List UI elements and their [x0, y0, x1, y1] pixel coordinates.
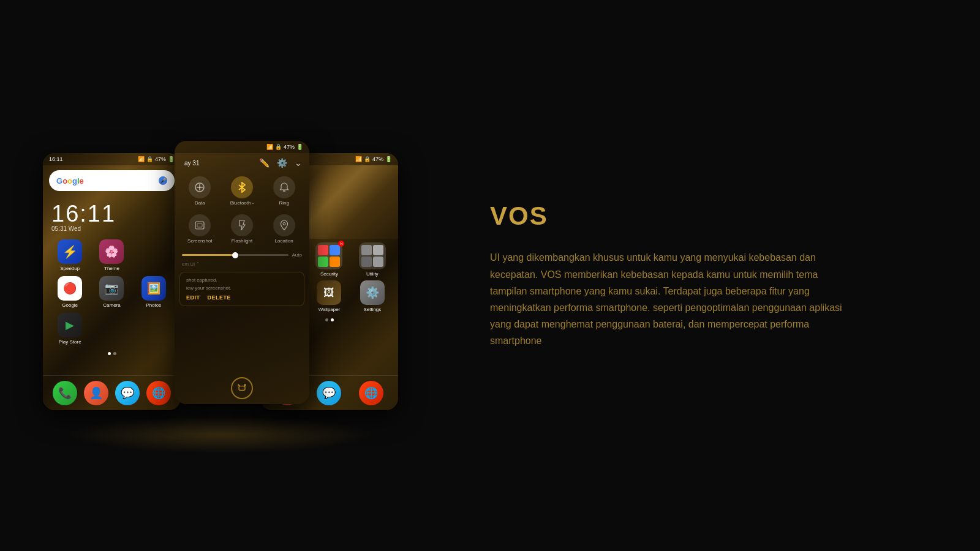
phone-middle: 📶 🔒 47% 🔋 ay 31 ✏️ ⚙️ ⌄	[175, 141, 309, 404]
status-bar-left: 16:11 📶 🔒 47% 🔋	[43, 153, 181, 165]
app-security[interactable]: N Security	[309, 242, 349, 277]
clock-time-left: 16:11	[51, 202, 172, 225]
google-logo: Google	[56, 176, 159, 186]
vibration-button[interactable]	[175, 372, 309, 404]
google-search-bar[interactable]: Google 🎤	[49, 170, 175, 191]
page-dots-left	[43, 350, 181, 358]
screenshot-icon	[189, 214, 211, 236]
app-playstore[interactable]: ▶ Play Store	[51, 313, 88, 345]
location-icon	[273, 214, 295, 236]
app-utility[interactable]: Utility	[353, 242, 392, 277]
settings-icon[interactable]: ⚙️	[277, 158, 287, 168]
qs-header: ay 31 ✏️ ⚙️ ⌄	[175, 153, 309, 170]
app-speedup[interactable]: ⚡ Speedup	[51, 239, 88, 271]
delete-action[interactable]: DELETE	[208, 294, 232, 301]
edit-icon[interactable]: ✏️	[259, 158, 270, 168]
phone-clock-left: 16:11 05:31 Wed	[43, 196, 181, 234]
time-left: 16:11	[49, 156, 63, 162]
auto-label: Auto	[292, 252, 302, 258]
phone-mockups-section: 16:11 📶 🔒 47% 🔋 Google 🎤 16:11	[0, 0, 441, 551]
qs-screenshot[interactable]: Screenshot	[179, 211, 221, 247]
status-bar-middle: 📶 🔒 47% 🔋	[175, 141, 309, 153]
status-icons-right: 📶 🔒 47% 🔋	[355, 156, 392, 162]
qs-date: ay 31	[182, 160, 199, 167]
qs-location[interactable]: Location	[263, 211, 304, 247]
dock-right-browser[interactable]: 🌐	[350, 381, 392, 405]
phone-left: 16:11 📶 🔒 47% 🔋 Google 🎤 16:11	[43, 153, 181, 410]
dock-browser[interactable]: 🌐	[143, 381, 175, 405]
svg-rect-4	[195, 222, 204, 229]
edit-action[interactable]: EDIT	[186, 294, 200, 301]
app-empty	[135, 239, 172, 271]
dock-right-messages[interactable]: 💬	[308, 381, 350, 405]
vibration-icon	[231, 377, 253, 399]
notif-subtext: iew your screenshot.	[186, 285, 298, 291]
folder-security-icon: N	[315, 242, 342, 269]
notif-header: shot captured.	[186, 277, 298, 283]
app-camera[interactable]: 📷 Camera	[93, 276, 130, 308]
qs-flashlight-label: Flashlight	[232, 238, 252, 244]
app-grid-left: ⚡ Speedup 🌸 Theme	[43, 234, 181, 350]
status-icons-middle: 📶 🔒 47% 🔋	[266, 144, 303, 150]
vos-text-section: VOS UI yang dikembangkan khusus untuk ka…	[441, 165, 980, 386]
theme-label: em UI ˄	[175, 260, 309, 268]
status-icons-left: 📶 🔒 47% 🔋	[138, 156, 175, 162]
vos-title: VOS	[490, 201, 931, 231]
qs-location-label: Location	[275, 238, 293, 244]
bottom-dock-left: 📞 👤 💬 🌐	[43, 375, 181, 410]
folder-utility-icon	[359, 242, 386, 269]
phones-container: 16:11 📶 🔒 47% 🔋 Google 🎤 16:11	[43, 141, 398, 435]
app-settings[interactable]: ⚙️ Settings	[353, 280, 392, 312]
mic-icon[interactable]: 🎤	[159, 176, 167, 185]
flashlight-icon	[231, 214, 253, 236]
svg-rect-7	[239, 386, 245, 391]
slider-fill	[182, 254, 235, 256]
vos-description: UI yang dikembangkan khusus untuk kamu y…	[490, 249, 845, 349]
qs-screenshot-label: Screenshot	[187, 238, 212, 244]
qs-bluetooth[interactable]: Bluetooth -	[222, 173, 263, 209]
svg-point-6	[283, 223, 285, 225]
slider-thumb	[232, 252, 238, 258]
app-theme[interactable]: 🌸 Theme	[93, 239, 130, 271]
data-icon	[189, 176, 211, 198]
app-google[interactable]: 🔴 Google	[51, 276, 88, 308]
qs-data[interactable]: Data	[179, 173, 221, 209]
ring-icon	[273, 176, 295, 198]
dock-messages[interactable]: 💬	[112, 381, 143, 405]
bluetooth-icon	[231, 176, 253, 198]
dock-contacts[interactable]: 👤	[80, 381, 111, 405]
quick-settings-grid: Data Bluetooth -	[175, 170, 309, 250]
qs-ring-label: Ring	[279, 200, 288, 206]
svg-rect-5	[197, 223, 202, 227]
screenshot-notification: shot captured. iew your screenshot. EDIT…	[179, 272, 304, 306]
app-wallpaper[interactable]: 🖼 Wallpaper	[309, 280, 349, 312]
qs-flashlight[interactable]: Flashlight	[222, 211, 263, 247]
notif-actions: EDIT DELETE	[186, 294, 298, 301]
qs-bluetooth-label: Bluetooth -	[230, 200, 254, 206]
slider-track	[182, 254, 288, 256]
dock-phone[interactable]: 📞	[49, 381, 80, 405]
chevron-icon[interactable]: ⌄	[295, 158, 302, 168]
brightness-slider[interactable]: Auto	[182, 252, 302, 258]
qs-data-label: Data	[195, 200, 205, 206]
app-photos[interactable]: 🖼️ Photos	[135, 276, 172, 308]
qs-ring[interactable]: Ring	[263, 173, 304, 209]
